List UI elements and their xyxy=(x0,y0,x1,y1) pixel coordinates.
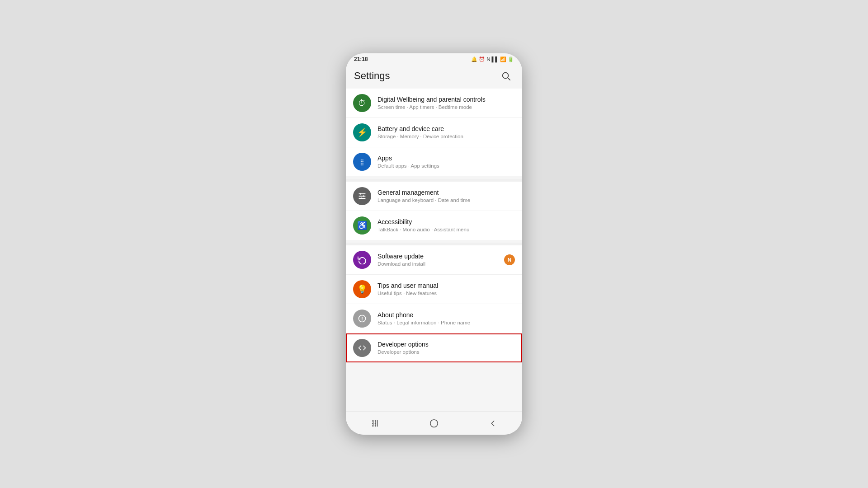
digital-wellbeing-subtitle: Screen time · App timers · Bedtime mode xyxy=(377,104,515,111)
about-phone-text: About phone Status · Legal information ·… xyxy=(377,311,515,326)
apps-icon: ⣿ xyxy=(353,153,371,171)
developer-options-text: Developer options Developer options xyxy=(377,340,515,356)
page-title: Settings xyxy=(354,70,390,82)
tips-text: Tips and user manual Useful tips · New f… xyxy=(377,282,515,297)
general-management-icon xyxy=(353,187,371,205)
software-update-icon xyxy=(353,251,371,269)
nav-bar xyxy=(346,411,522,435)
settings-item-general-management[interactable]: General management Language and keyboard… xyxy=(346,182,522,211)
about-phone-subtitle: Status · Legal information · Phone name xyxy=(377,319,515,326)
status-time: 21:18 xyxy=(354,56,368,62)
svg-point-5 xyxy=(360,193,361,194)
apps-title: Apps xyxy=(377,154,515,162)
signal-icon: ▌▌ xyxy=(491,56,499,62)
svg-point-7 xyxy=(361,197,362,199)
battery-text: Battery and device care Storage · Memory… xyxy=(377,125,515,140)
settings-group-1: ⏱ Digital Wellbeing and parental control… xyxy=(346,89,522,176)
battery-device-icon: ⚡ xyxy=(353,123,371,141)
nfc-icon: N xyxy=(486,56,490,62)
battery-subtitle: Storage · Memory · Device protection xyxy=(377,133,515,140)
settings-item-developer-options[interactable]: Developer options Developer options xyxy=(346,333,522,362)
software-update-title: Software update xyxy=(377,252,501,260)
status-icons: 🔔 ⏰ N ▌▌ 📶 🔋 xyxy=(471,56,514,62)
phone-frame: 21:18 🔔 ⏰ N ▌▌ 📶 🔋 Settings ⏱ Digital We xyxy=(346,53,522,435)
nav-menu-button[interactable] xyxy=(364,413,387,433)
nav-back-button[interactable] xyxy=(481,413,504,433)
developer-options-subtitle: Developer options xyxy=(377,349,515,356)
general-management-title: General management xyxy=(377,188,515,197)
settings-item-software-update[interactable]: Software update Download and install N xyxy=(346,245,522,275)
accessibility-subtitle: TalkBack · Mono audio · Assistant menu xyxy=(377,226,515,233)
settings-group-2: General management Language and keyboard… xyxy=(346,182,522,240)
accessibility-title: Accessibility xyxy=(377,218,515,226)
about-phone-title: About phone xyxy=(377,311,515,319)
digital-wellbeing-icon: ⏱ xyxy=(353,94,371,112)
software-update-text: Software update Download and install xyxy=(377,252,501,267)
accessibility-icon: ♿ xyxy=(353,216,371,235)
apps-subtitle: Default apps · App settings xyxy=(377,163,515,169)
about-phone-icon xyxy=(353,310,371,328)
settings-item-apps[interactable]: ⣿ Apps Default apps · App settings xyxy=(346,147,522,176)
search-button[interactable] xyxy=(498,68,514,84)
apps-text: Apps Default apps · App settings xyxy=(377,154,515,169)
battery-title: Battery and device care xyxy=(377,125,515,133)
svg-line-1 xyxy=(508,78,510,80)
tips-subtitle: Useful tips · New features xyxy=(377,290,515,297)
developer-options-title: Developer options xyxy=(377,340,515,348)
settings-item-accessibility[interactable]: ♿ Accessibility TalkBack · Mono audio · … xyxy=(346,211,522,240)
settings-list: ⏱ Digital Wellbeing and parental control… xyxy=(346,89,522,411)
svg-point-21 xyxy=(430,419,438,427)
software-update-subtitle: Download and install xyxy=(377,261,501,267)
nav-home-button[interactable] xyxy=(423,413,445,433)
settings-item-digital-wellbeing[interactable]: ⏱ Digital Wellbeing and parental control… xyxy=(346,89,522,118)
battery-icon: 🔔 xyxy=(471,56,477,62)
settings-group-3: Software update Download and install N 💡… xyxy=(346,245,522,362)
general-management-subtitle: Language and keyboard · Date and time xyxy=(377,197,515,204)
tips-title: Tips and user manual xyxy=(377,282,515,290)
battery-level-icon: 🔋 xyxy=(508,56,514,62)
accessibility-text: Accessibility TalkBack · Mono audio · As… xyxy=(377,218,515,233)
tips-icon: 💡 xyxy=(353,280,371,298)
settings-item-tips[interactable]: 💡 Tips and user manual Useful tips · New… xyxy=(346,275,522,304)
developer-options-icon xyxy=(353,339,371,357)
alarm-icon: ⏰ xyxy=(479,56,485,62)
settings-item-battery[interactable]: ⚡ Battery and device care Storage · Memo… xyxy=(346,118,522,147)
settings-header: Settings xyxy=(346,64,522,89)
digital-wellbeing-text: Digital Wellbeing and parental controls … xyxy=(377,95,515,111)
wifi-icon: 📶 xyxy=(500,56,506,62)
settings-item-about-phone[interactable]: About phone Status · Legal information ·… xyxy=(346,304,522,333)
digital-wellbeing-title: Digital Wellbeing and parental controls xyxy=(377,95,515,103)
general-management-text: General management Language and keyboard… xyxy=(377,188,515,204)
svg-point-6 xyxy=(363,195,364,197)
update-badge: N xyxy=(504,254,515,265)
status-bar: 21:18 🔔 ⏰ N ▌▌ 📶 🔋 xyxy=(346,53,522,64)
